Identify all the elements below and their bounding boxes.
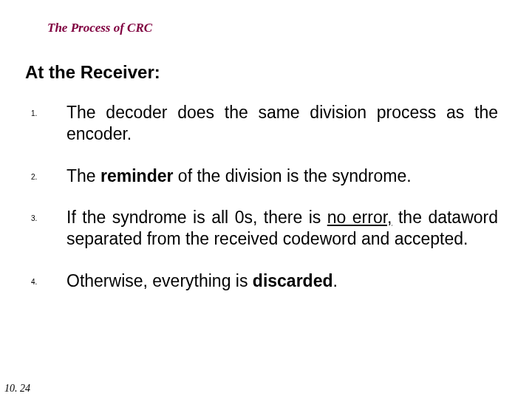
list-item: 1. The decoder does the same division pr…	[25, 102, 507, 145]
slide: The Process of CRC At the Receiver: 1. T…	[0, 0, 532, 399]
item-text: Otherwise, everything is discarded.	[66, 270, 507, 292]
item-text: If the syndrome is all 0s, there is no e…	[66, 207, 507, 250]
list-item: 3. If the syndrome is all 0s, there is n…	[25, 207, 507, 250]
item-number: 2.	[25, 166, 66, 181]
item-number: 3.	[25, 207, 66, 222]
ordered-list: 1. The decoder does the same division pr…	[25, 102, 507, 292]
item-number: 1.	[25, 102, 66, 117]
slide-title: The Process of CRC	[47, 21, 507, 35]
section-heading: At the Receiver:	[25, 62, 507, 83]
list-item: 4. Otherwise, everything is discarded.	[25, 270, 507, 292]
item-text: The reminder of the division is the synd…	[66, 166, 507, 187]
item-number: 4.	[25, 270, 66, 286]
item-text: The decoder does the same division proce…	[66, 102, 507, 145]
page-number: 10. 24	[4, 383, 30, 395]
list-item: 2. The reminder of the division is the s…	[25, 166, 507, 187]
